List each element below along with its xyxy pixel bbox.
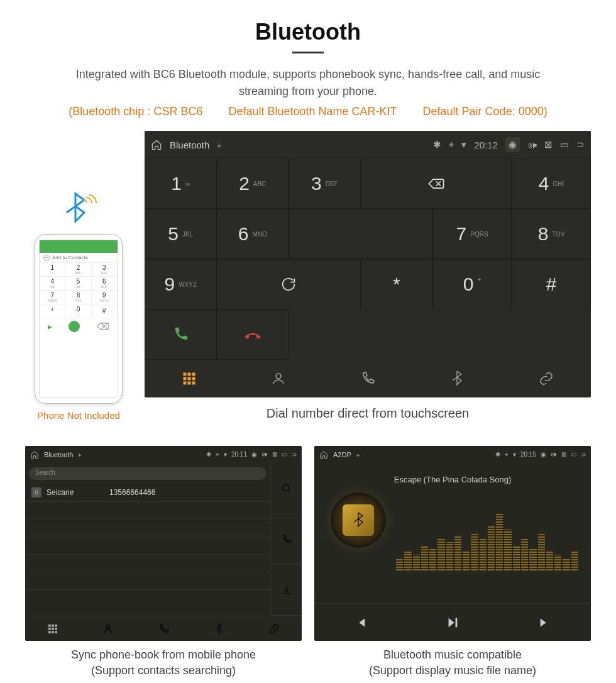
prev-track-button[interactable] [353, 616, 367, 630]
music-controls [314, 603, 591, 641]
nav-call-log[interactable] [323, 360, 412, 397]
home-icon[interactable] [30, 450, 39, 459]
close-icon[interactable]: ⊠ [561, 451, 566, 458]
dialer-caption: Dial number direct from touchscreen [145, 406, 591, 421]
home-icon[interactable] [319, 450, 328, 459]
camera-icon[interactable]: ◉ [541, 451, 546, 458]
music-topbar: A2DP ⏚ ✱⌖▾20:15◉🕪⊠▭⊃ [314, 446, 591, 464]
volume-icon[interactable]: 🕪 [551, 451, 557, 458]
phone-illustration-column: +Add to Contacts 1∞2ABC3DEF 4GHI5JKL6MNO… [25, 190, 132, 421]
clock: 20:12 [474, 140, 498, 150]
phonebook-bottom-nav [25, 616, 302, 641]
dialer-topbar: Bluetooth ⏚ ✱ ⌖ ▾ 20:12 ◉ 🕪 ⊠ ▭ ⊃ [145, 131, 591, 158]
nav-pair[interactable] [246, 616, 302, 641]
volume-icon[interactable]: 🕪 [261, 451, 268, 458]
end-call-button[interactable] [217, 309, 289, 360]
usb-icon: ⏚ [356, 452, 360, 458]
title-underline [292, 52, 324, 53]
recents-icon[interactable]: ▭ [282, 451, 287, 458]
page-title: Bluetooth [13, 19, 603, 45]
backspace-key[interactable] [361, 158, 512, 209]
nav-pair[interactable] [502, 360, 591, 397]
empty-row [25, 502, 270, 519]
phone-mini-keypad: 1∞2ABC3DEF 4GHI5JKL6MNO 7PQRS8TUV9WXYZ *… [40, 263, 118, 318]
refresh-key[interactable] [217, 259, 361, 309]
call-button[interactable] [145, 309, 217, 360]
usb-icon: ⏚ [78, 452, 81, 458]
empty-row [25, 555, 270, 572]
phonebook-side-actions [270, 464, 302, 616]
music-device: A2DP ⏚ ✱⌖▾20:15◉🕪⊠▭⊃ Escape (The Pina Co… [314, 446, 591, 641]
song-title: Escape (The Pina Colada Song) [394, 475, 511, 484]
topbar-title: Bluetooth [44, 451, 73, 458]
nav-contacts[interactable] [234, 360, 323, 397]
key-0[interactable]: 0+ [432, 259, 512, 309]
dialer-device: Bluetooth ⏚ ✱ ⌖ ▾ 20:12 ◉ 🕪 ⊠ ▭ ⊃ [145, 131, 591, 397]
bluetooth-signal-icon [60, 190, 97, 228]
smartphone-mockup: +Add to Contacts 1∞2ABC3DEF 4GHI5JKL6MNO… [35, 234, 123, 404]
dialer-bottom-nav [145, 360, 591, 397]
key-9[interactable]: 9WXYZ [145, 259, 217, 309]
topbar-title: A2DP [333, 451, 351, 458]
empty-row [25, 519, 270, 537]
nav-call-log[interactable] [136, 616, 191, 641]
key-hash[interactable]: # [512, 259, 591, 309]
album-art [333, 495, 383, 545]
back-nav-icon[interactable]: ⊃ [576, 139, 585, 150]
play-pause-button[interactable] [446, 616, 459, 630]
key-1[interactable]: 1∞ [145, 158, 217, 209]
key-4[interactable]: 4GHI [512, 158, 591, 209]
key-3[interactable]: 3DEF [289, 158, 361, 209]
back-icon[interactable]: ⊃ [581, 451, 586, 458]
phone-dial-button [69, 321, 80, 332]
contact-initial: S [31, 487, 41, 497]
key-2[interactable]: 2ABC [217, 158, 289, 209]
clock: 20:15 [520, 451, 536, 458]
info-name: Default Bluetooth Name CAR-KIT [228, 105, 397, 118]
topbar-title: Bluetooth [170, 140, 209, 150]
phone-caption: Phone Not Included [25, 410, 132, 421]
nav-bluetooth[interactable] [191, 616, 246, 641]
next-track-button[interactable] [538, 616, 552, 630]
info-line: (Bluetooth chip : CSR BC6 Default Blueto… [13, 105, 603, 118]
location-icon: ⌖ [449, 139, 454, 150]
key-8[interactable]: 8TUV [512, 209, 591, 259]
phonebook-caption: Sync phone-book from mobile phone(Suppor… [25, 647, 302, 679]
back-icon[interactable]: ⊃ [292, 451, 297, 458]
key-7[interactable]: 7PQRS [432, 209, 512, 259]
clock: 20:11 [231, 451, 247, 458]
recents-icon[interactable]: ▭ [571, 451, 576, 458]
nav-keypad[interactable] [25, 616, 80, 641]
phonebook-topbar: Bluetooth ⏚ ✱⌖▾20:11◉🕪⊠▭⊃ [25, 446, 302, 464]
recents-icon[interactable]: ▭ [560, 139, 569, 150]
description: Integrated with BC6 Bluetooth module, su… [13, 66, 603, 100]
nav-contacts[interactable] [80, 616, 136, 641]
music-caption: Bluetooth music compatible(Support displ… [314, 647, 591, 679]
home-icon[interactable] [151, 139, 162, 150]
camera-icon[interactable]: ◉ [505, 137, 520, 152]
dial-button[interactable] [270, 514, 302, 565]
download-button[interactable] [270, 565, 302, 616]
contact-name: Seicane [47, 488, 109, 497]
usb-icon: ⏚ [217, 140, 221, 149]
close-window-icon[interactable]: ⊠ [544, 139, 553, 150]
search-button[interactable] [270, 464, 302, 514]
info-code: Default Pair Code: 0000) [423, 105, 547, 118]
equalizer-visual [396, 508, 578, 570]
nav-bluetooth[interactable] [412, 360, 502, 397]
empty-row [25, 537, 270, 555]
key-6[interactable]: 6MNO [217, 209, 289, 259]
camera-icon[interactable]: ◉ [251, 451, 257, 458]
info-chip: (Bluetooth chip : CSR BC6 [69, 105, 202, 118]
contact-row[interactable]: S Seicane 13566664466 [25, 484, 270, 502]
key-star[interactable]: * [361, 259, 433, 309]
close-icon[interactable]: ⊠ [272, 451, 277, 458]
blank-key-1 [289, 209, 432, 259]
empty-row [25, 572, 270, 590]
volume-icon[interactable]: 🕪 [527, 140, 537, 150]
search-input[interactable]: Search [29, 467, 267, 480]
contact-number: 13566664466 [109, 488, 155, 497]
dialer-keypad: 1∞ 2ABC 3DEF 4GHI 5JKL 6MNO 7PQRS 8TUV 9… [145, 158, 591, 360]
nav-keypad[interactable] [145, 360, 234, 397]
key-5[interactable]: 5JKL [145, 209, 217, 259]
